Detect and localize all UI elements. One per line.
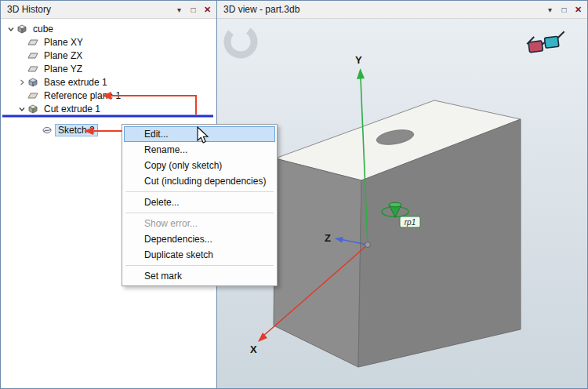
panel-close-button[interactable]: ✕	[201, 3, 214, 16]
chevron-spacer	[16, 38, 27, 47]
z-axis-label: Z	[325, 232, 331, 244]
cube-icon	[16, 24, 31, 34]
menu-item-rename[interactable]: Rename...	[124, 142, 275, 158]
history-panel-titlebar: 3D History ▾ □ ✕	[1, 1, 216, 19]
3d-view-title: 3D view - part.3db	[223, 4, 543, 15]
plane-icon	[27, 51, 42, 60]
x-axis-label: X	[250, 344, 257, 355]
panel-float-button[interactable]: □	[187, 3, 200, 16]
sketch-icon	[42, 125, 56, 135]
chevron-expanded-icon[interactable]	[5, 24, 16, 34]
panel-close-button[interactable]: ✕	[572, 3, 585, 16]
menu-item-set-mark[interactable]: Set mark	[124, 268, 275, 284]
menu-item-delete[interactable]: Delete...	[124, 194, 275, 210]
chevron-expanded-icon[interactable]	[16, 104, 27, 114]
tree-item-label: Plane ZX	[42, 50, 85, 61]
tree-item-label: Reference plane 1	[42, 90, 123, 101]
tree-item-reference-plane[interactable]: Reference plane 1	[1, 89, 216, 102]
menu-item-duplicate-sketch[interactable]: Duplicate sketch	[124, 247, 275, 263]
menu-item-dependencies[interactable]: Dependencies...	[124, 231, 275, 247]
tree-item-plane-xy[interactable]: Plane XY	[1, 35, 216, 49]
tree-item-label: Plane YZ	[42, 64, 85, 75]
chevron-spacer	[31, 125, 42, 135]
plane-icon	[27, 38, 42, 47]
chevron-spacer	[16, 91, 27, 100]
panel-float-button[interactable]: □	[557, 3, 571, 16]
axes-origin-dot	[365, 242, 371, 248]
menu-separator	[125, 191, 274, 192]
menu-item-show-error: Show error...	[124, 216, 275, 231]
panel-menu-button[interactable]: ▾	[172, 3, 186, 16]
panel-menu-button[interactable]: ▾	[543, 3, 557, 16]
tree-item-plane-yz[interactable]: Plane YZ	[1, 62, 216, 75]
tree-item-base-extrude[interactable]: Base extrude 1	[1, 75, 216, 89]
history-panel-title: 3D History	[7, 4, 172, 15]
chevron-spacer	[16, 64, 27, 74]
tree-item-label: Plane XY	[42, 37, 85, 48]
tree-item-cut-extrude[interactable]: Cut extrude 1	[1, 102, 216, 115]
tree-item-cube[interactable]: cube	[1, 22, 216, 35]
chevron-spacer	[16, 51, 27, 60]
menu-item-cut[interactable]: Cut (including dependencies)	[124, 173, 275, 189]
sketch-context-menu: Edit... Rename... Copy (only sketch) Cut…	[122, 124, 278, 286]
tree-item-label: cube	[31, 24, 56, 35]
marker-label: rp1	[405, 218, 416, 227]
reference-plane-icon	[27, 91, 42, 100]
plane-icon	[27, 64, 42, 74]
cad-application-window: 3D History ▾ □ ✕ cube	[0, 0, 588, 389]
tree-item-label: Base extrude 1	[42, 77, 110, 88]
y-axis-label: Y	[355, 54, 362, 66]
menu-separator	[125, 265, 274, 266]
3d-view-titlebar: 3D view - part.3db ▾ □ ✕	[217, 1, 587, 19]
cut-extrude-icon	[27, 104, 42, 114]
tree-item-label: Sketch 2	[56, 125, 97, 136]
menu-item-copy[interactable]: Copy (only sketch)	[124, 158, 275, 173]
extrude-icon	[27, 77, 42, 87]
chevron-collapsed-icon[interactable]	[16, 78, 27, 87]
tree-item-plane-zx[interactable]: Plane ZX	[1, 49, 216, 62]
menu-item-edit[interactable]: Edit...	[124, 126, 275, 142]
tree-item-label: Cut extrude 1	[42, 104, 103, 115]
menu-separator	[125, 213, 274, 213]
